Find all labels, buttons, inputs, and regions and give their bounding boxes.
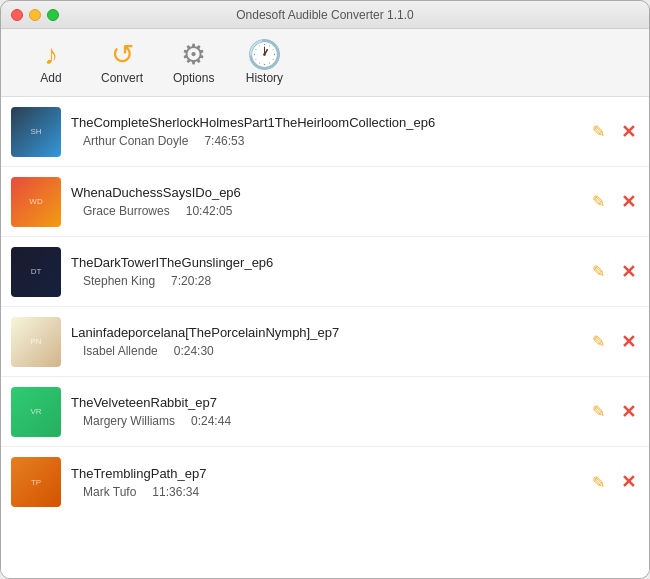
book-author: Margery Williams	[71, 414, 175, 428]
options-button[interactable]: ⚙ Options	[163, 35, 224, 91]
book-info: TheVelveteenRabbit_ep7 Margery Williams …	[71, 395, 577, 428]
book-title: TheVelveteenRabbit_ep7	[71, 395, 577, 410]
edit-button[interactable]: ✎	[587, 121, 609, 143]
delete-button[interactable]: ✕	[617, 121, 639, 143]
book-list: SH TheCompleteSherlockHolmesPart1TheHeir…	[1, 97, 649, 579]
add-button[interactable]: ♪ Add	[21, 35, 81, 91]
book-thumbnail: SH	[11, 107, 61, 157]
edit-icon: ✎	[592, 192, 605, 211]
thumb-text: VR	[28, 405, 43, 418]
book-author: Grace Burrowes	[71, 204, 170, 218]
book-info: TheTremblingPath_ep7 Mark Tufo 11:36:34	[71, 466, 577, 499]
book-title: TheDarkTowerITheGunslinger_ep6	[71, 255, 577, 270]
thumb-text: SH	[28, 125, 43, 138]
book-author: Isabel Allende	[71, 344, 158, 358]
edit-icon: ✎	[592, 332, 605, 351]
edit-icon: ✎	[592, 262, 605, 281]
history-label: History	[246, 71, 283, 85]
table-row: DT TheDarkTowerITheGunslinger_ep6 Stephe…	[1, 237, 649, 307]
book-meta: Stephen King 7:20:28	[71, 274, 577, 288]
book-actions: ✎ ✕	[587, 261, 639, 283]
history-icon: 🕐	[247, 41, 282, 69]
delete-icon: ✕	[621, 191, 636, 213]
book-thumbnail: TP	[11, 457, 61, 507]
book-info: TheDarkTowerITheGunslinger_ep6 Stephen K…	[71, 255, 577, 288]
book-info: TheCompleteSherlockHolmesPart1TheHeirloo…	[71, 115, 577, 148]
book-info: WhenaDuchessSaysIDo_ep6 Grace Burrowes 1…	[71, 185, 577, 218]
minimize-button[interactable]	[29, 9, 41, 21]
window-title: Ondesoft Audible Converter 1.1.0	[236, 8, 413, 22]
title-bar: Ondesoft Audible Converter 1.1.0	[1, 1, 649, 29]
edit-icon: ✎	[592, 473, 605, 492]
book-actions: ✎ ✕	[587, 121, 639, 143]
maximize-button[interactable]	[47, 9, 59, 21]
book-duration: 7:46:53	[204, 134, 244, 148]
book-duration: 10:42:05	[186, 204, 233, 218]
add-label: Add	[40, 71, 61, 85]
table-row: VR TheVelveteenRabbit_ep7 Margery Willia…	[1, 377, 649, 447]
traffic-lights	[11, 9, 59, 21]
delete-icon: ✕	[621, 471, 636, 493]
convert-icon: ↺	[111, 41, 134, 69]
book-duration: 7:20:28	[171, 274, 211, 288]
book-duration: 0:24:30	[174, 344, 214, 358]
book-meta: Arthur Conan Doyle 7:46:53	[71, 134, 577, 148]
book-duration: 0:24:44	[191, 414, 231, 428]
options-icon: ⚙	[181, 41, 206, 69]
delete-button[interactable]: ✕	[617, 261, 639, 283]
book-meta: Mark Tufo 11:36:34	[71, 485, 577, 499]
edit-button[interactable]: ✎	[587, 331, 609, 353]
book-duration: 11:36:34	[152, 485, 199, 499]
book-thumbnail: DT	[11, 247, 61, 297]
delete-icon: ✕	[621, 401, 636, 423]
options-label: Options	[173, 71, 214, 85]
book-meta: Margery Williams 0:24:44	[71, 414, 577, 428]
thumb-text: WD	[27, 195, 44, 208]
delete-icon: ✕	[621, 121, 636, 143]
toolbar: ♪ Add ↺ Convert ⚙ Options 🕐 History	[1, 29, 649, 97]
thumb-text: PN	[28, 335, 43, 348]
delete-icon: ✕	[621, 331, 636, 353]
book-author: Arthur Conan Doyle	[71, 134, 188, 148]
delete-icon: ✕	[621, 261, 636, 283]
book-actions: ✎ ✕	[587, 191, 639, 213]
book-title: WhenaDuchessSaysIDo_ep6	[71, 185, 577, 200]
delete-button[interactable]: ✕	[617, 401, 639, 423]
edit-icon: ✎	[592, 122, 605, 141]
book-info: Laninfadeporcelana[ThePorcelainNymph]_ep…	[71, 325, 577, 358]
book-actions: ✎ ✕	[587, 331, 639, 353]
book-thumbnail: PN	[11, 317, 61, 367]
book-actions: ✎ ✕	[587, 471, 639, 493]
table-row: SH TheCompleteSherlockHolmesPart1TheHeir…	[1, 97, 649, 167]
delete-button[interactable]: ✕	[617, 471, 639, 493]
edit-button[interactable]: ✎	[587, 191, 609, 213]
edit-icon: ✎	[592, 402, 605, 421]
add-icon: ♪	[44, 41, 58, 69]
table-row: WD WhenaDuchessSaysIDo_ep6 Grace Burrowe…	[1, 167, 649, 237]
book-meta: Grace Burrowes 10:42:05	[71, 204, 577, 218]
book-title: Laninfadeporcelana[ThePorcelainNymph]_ep…	[71, 325, 577, 340]
edit-button[interactable]: ✎	[587, 261, 609, 283]
history-button[interactable]: 🕐 History	[234, 35, 294, 91]
book-author: Stephen King	[71, 274, 155, 288]
thumb-text: DT	[29, 265, 44, 278]
book-meta: Isabel Allende 0:24:30	[71, 344, 577, 358]
book-title: TheTremblingPath_ep7	[71, 466, 577, 481]
book-author: Mark Tufo	[71, 485, 136, 499]
close-button[interactable]	[11, 9, 23, 21]
convert-button[interactable]: ↺ Convert	[91, 35, 153, 91]
book-thumbnail: WD	[11, 177, 61, 227]
table-row: TP TheTremblingPath_ep7 Mark Tufo 11:36:…	[1, 447, 649, 517]
edit-button[interactable]: ✎	[587, 401, 609, 423]
convert-label: Convert	[101, 71, 143, 85]
book-actions: ✎ ✕	[587, 401, 639, 423]
book-title: TheCompleteSherlockHolmesPart1TheHeirloo…	[71, 115, 577, 130]
table-row: PN Laninfadeporcelana[ThePorcelainNymph]…	[1, 307, 649, 377]
edit-button[interactable]: ✎	[587, 471, 609, 493]
delete-button[interactable]: ✕	[617, 191, 639, 213]
delete-button[interactable]: ✕	[617, 331, 639, 353]
thumb-text: TP	[29, 476, 43, 489]
book-thumbnail: VR	[11, 387, 61, 437]
